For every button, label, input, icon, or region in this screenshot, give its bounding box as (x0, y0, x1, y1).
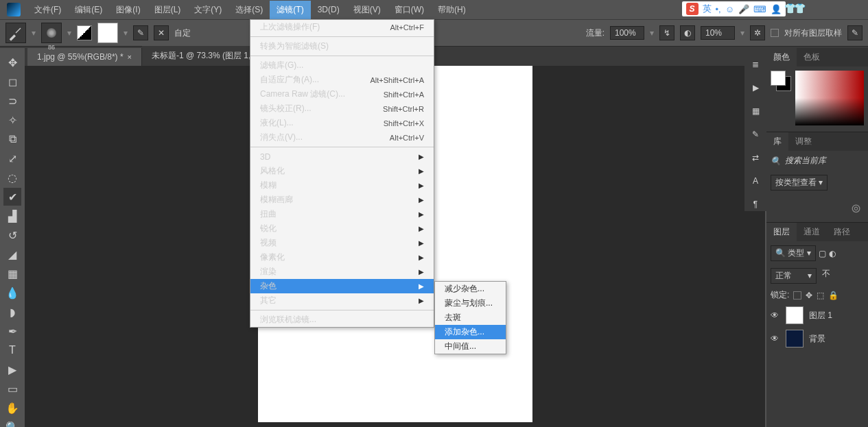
layer-row[interactable]: 👁 图层 1 (766, 304, 868, 327)
flow-input[interactable]: 100% (610, 26, 644, 40)
menu-window[interactable]: 窗口(W) (388, 1, 431, 19)
ime-person-icon[interactable]: 👤 (771, 4, 782, 14)
rectangle-tool-icon[interactable]: ▭ (3, 380, 21, 398)
submenu-item[interactable]: 减少杂色... (435, 282, 506, 296)
layer-thumbnail[interactable] (786, 330, 804, 347)
dodge-tool-icon[interactable]: ◗ (3, 303, 21, 321)
tab-paths[interactable]: 路径 (827, 223, 857, 241)
ime-mic-icon[interactable]: 🎤 (738, 4, 749, 14)
document-tab[interactable]: 未标题-1 @ 73.3% (图层 1, (142, 46, 261, 66)
filter-image-icon[interactable]: ▢ (819, 249, 826, 258)
history-brush-tool-icon[interactable]: ↺ (3, 226, 21, 244)
crop-tool-icon[interactable]: ⧉ (3, 130, 21, 148)
menu-item[interactable]: 扭曲▶ (250, 207, 434, 221)
opacity-input[interactable]: 10% (701, 26, 735, 40)
tab-color[interactable]: 颜色 (766, 48, 797, 66)
settings-panel-icon[interactable]: ⇄ (749, 151, 762, 164)
airbrush-toggle[interactable]: ✎ (133, 25, 148, 40)
fg-bg-colors[interactable] (771, 71, 791, 91)
menu-item[interactable]: 滤镜库(G)... (250, 58, 434, 73)
layer-row[interactable]: 👁 背景 (766, 327, 868, 350)
move-tool-icon[interactable]: ✥ (3, 53, 21, 71)
tab-libraries[interactable]: 库 (766, 132, 788, 151)
menu-help[interactable]: 帮助(H) (431, 1, 473, 19)
submenu-item[interactable]: 中间值... (435, 339, 506, 354)
menu-item[interactable]: 浏览联机滤镜... (250, 313, 434, 327)
layer-name[interactable]: 背景 (809, 333, 825, 345)
menu-3d[interactable]: 3D(D) (311, 1, 347, 18)
menu-file[interactable]: 文件(F) (27, 1, 68, 19)
menu-item[interactable]: 视频▶ (250, 236, 434, 250)
tablet-pressure-icon[interactable]: ✎ (847, 25, 863, 40)
patch-tool-icon[interactable]: ◌ (3, 169, 21, 186)
menu-item[interactable]: 液化(L)...Shift+Ctrl+X (250, 116, 434, 130)
menu-item[interactable]: 消失点(V)...Alt+Ctrl+V (250, 130, 434, 145)
layer-thumbnail[interactable] (786, 306, 804, 324)
document-tab[interactable]: 1.jpg @ 55%(RGB/8*) *× (27, 48, 142, 66)
menu-item[interactable]: 上次滤镜操作(F)Alt+Ctrl+F (250, 20, 434, 34)
magic-wand-tool-icon[interactable]: ✧ (3, 111, 21, 129)
ime-smiley-icon[interactable]: ☺ (725, 4, 734, 14)
marquee-tool-icon[interactable]: ◻ (3, 73, 21, 90)
menu-item[interactable]: 转换为智能滤镜(S) (250, 39, 434, 53)
menu-edit[interactable]: 编辑(E) (68, 1, 109, 19)
tab-channels[interactable]: 通道 (797, 223, 827, 241)
menu-select[interactable]: 选择(S) (228, 1, 270, 19)
eraser-tool-icon[interactable]: ◢ (3, 245, 21, 263)
menu-item[interactable]: Camera Raw 滤镜(C)...Shift+Ctrl+A (250, 87, 434, 101)
library-filter-dropdown[interactable]: 按类型查看 ▾ (771, 175, 828, 191)
color-swatch[interactable] (97, 23, 118, 43)
actions-panel-icon[interactable]: ▶ (749, 81, 762, 95)
menu-item[interactable]: 模糊▶ (250, 178, 434, 193)
tab-layers[interactable]: 图层 (766, 223, 797, 241)
menu-item[interactable]: 镜头校正(R)...Shift+Ctrl+R (250, 101, 434, 116)
airbrush-icon[interactable]: ↯ (659, 25, 675, 40)
menu-view[interactable]: 视图(V) (347, 1, 388, 19)
pen-tool-icon[interactable]: ✒ (3, 322, 21, 340)
blur-tool-icon[interactable]: 💧 (3, 284, 21, 302)
ime-keyboard-icon[interactable]: ⌨ (753, 4, 766, 14)
ime-bar[interactable]: S 英 •, ☺ 🎤 ⌨ 👤 (682, 1, 786, 16)
ime-lang[interactable]: 英 (703, 3, 712, 15)
menu-item[interactable]: 锐化▶ (250, 221, 434, 236)
menu-image[interactable]: 图像(I) (109, 1, 147, 19)
brush-tool-icon[interactable]: ✔ (3, 188, 21, 206)
lock-all-icon[interactable]: 🔒 (828, 291, 838, 300)
lock-artboard-icon[interactable]: ⬚ (817, 291, 824, 300)
visibility-icon[interactable]: 👁 (771, 334, 780, 343)
brush-preset[interactable]: 86 (41, 23, 62, 43)
submenu-item[interactable]: 蒙尘与划痕... (435, 296, 506, 310)
menu-type[interactable]: 文字(Y) (187, 1, 228, 19)
color-picker[interactable] (766, 66, 868, 132)
menu-item[interactable]: 其它▶ (250, 293, 434, 308)
color-spectrum[interactable] (795, 71, 864, 125)
close-icon[interactable]: × (128, 53, 132, 61)
tool-preset-picker[interactable] (5, 23, 26, 43)
character-panel-icon[interactable]: A (749, 174, 762, 188)
brushes-panel-icon[interactable]: ✎ (749, 127, 762, 141)
stamp-tool-icon[interactable]: ▟ (3, 207, 21, 225)
ime-punct-icon[interactable]: •, (716, 4, 721, 14)
submenu-item[interactable]: 去斑 (435, 310, 506, 325)
menu-layer[interactable]: 图层(L) (148, 1, 188, 19)
sample-all-checkbox[interactable] (771, 29, 779, 37)
menu-item[interactable]: 自适应广角(A)...Alt+Shift+Ctrl+A (250, 73, 434, 87)
mode-thumb-icon[interactable] (77, 25, 92, 40)
path-select-tool-icon[interactable]: ▶ (3, 361, 21, 378)
blend-mode-dropdown[interactable]: 正常 ▾ (771, 268, 817, 284)
gear-icon[interactable]: ✲ (750, 25, 765, 40)
menu-item[interactable]: 杂色▶ (250, 279, 434, 293)
history-panel-icon[interactable]: ≣ (749, 58, 762, 71)
visibility-icon[interactable]: 👁 (771, 310, 780, 320)
eyedropper-tool-icon[interactable]: ⤢ (3, 149, 21, 167)
library-search[interactable]: 🔍 搜索当前库 (766, 151, 868, 171)
layer-name[interactable]: 图层 1 (809, 310, 832, 321)
zoom-tool-icon[interactable]: 🔍 (3, 418, 21, 427)
gradient-tool-icon[interactable]: ▦ (3, 265, 21, 282)
lock-pixels-icon[interactable] (793, 291, 801, 300)
lasso-tool-icon[interactable]: ⊃ (3, 92, 21, 110)
type-tool-icon[interactable]: T (3, 341, 21, 359)
menu-item[interactable]: 风格化▶ (250, 164, 434, 178)
circle-icon[interactable]: ◐ (680, 25, 695, 40)
properties-panel-icon[interactable]: ▦ (749, 104, 762, 118)
